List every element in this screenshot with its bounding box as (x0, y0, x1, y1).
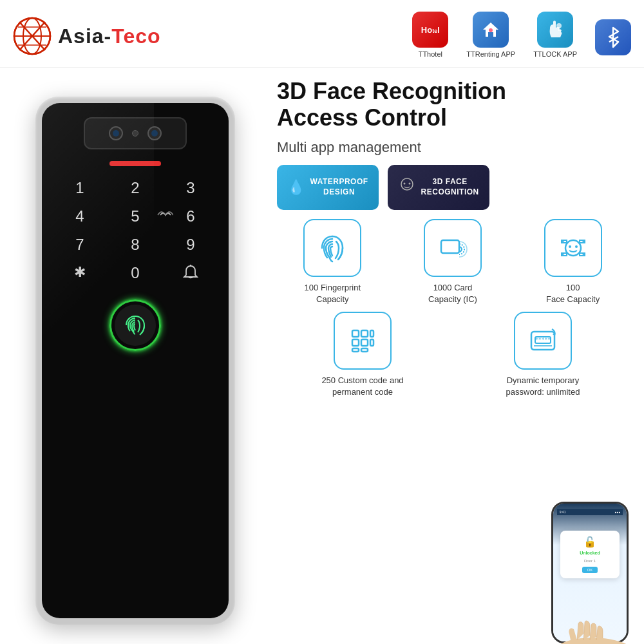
logo-area: Asia-Teco (13, 17, 161, 55)
key-bell[interactable] (172, 264, 209, 284)
svg-rect-15 (441, 240, 459, 253)
fingerprint-svg (121, 311, 149, 339)
product-title-line2: Access Control (277, 104, 629, 131)
key-7[interactable]: 7 (61, 236, 99, 254)
fingerprint-feature-icon (316, 231, 349, 265)
svg-rect-28 (361, 348, 368, 352)
app-icon-bluetooth (595, 19, 631, 58)
waterproof-icon: 💧 (287, 179, 305, 196)
hand-graphic (538, 611, 641, 644)
tthotel-label: TThotel (419, 50, 442, 58)
home-svg-icon (480, 19, 501, 40)
features-bottom: 250 Custom code andpermanent code ***** (277, 312, 629, 398)
bell-icon (182, 264, 199, 281)
phone-door-text: Door 1 (584, 559, 596, 563)
svg-rect-23 (352, 330, 359, 337)
key-1[interactable]: 1 (61, 179, 99, 197)
key-6[interactable]: 6 (172, 207, 209, 225)
dynamic-password-icon-box: ***** (514, 312, 572, 370)
phone-lock-icon: 🔓 (583, 536, 596, 548)
card-icon-box (424, 219, 482, 277)
feature-card: 1000 CardCapacity (IC) (397, 219, 509, 305)
fingerprint-inner (115, 305, 156, 346)
face-icon-box (544, 219, 602, 277)
face-3d-icon (398, 176, 416, 194)
svg-point-21 (569, 245, 571, 248)
app-icon-ttlock: TTLOCK APP (533, 12, 577, 58)
svg-text:*****: ***** (535, 337, 551, 343)
device-panel: 1 2 3 4 5 6 7 8 9 (0, 68, 270, 644)
badge-face-recognition: 3D FACERECOGNITION (388, 165, 489, 210)
svg-point-22 (575, 245, 578, 248)
bluetooth-svg-icon (604, 26, 622, 49)
product-subtitle: Multi app management (277, 139, 629, 156)
waterproof-text: WATERPROOFDESIGN (310, 177, 368, 197)
face-badge-text: 3D FACERECOGNITION (421, 177, 479, 197)
face-feature-icon (556, 231, 590, 265)
phone-mockup-container: 9:41 ●●● 🔓 Unlocked Door 1 OK (551, 502, 629, 643)
ttrenting-icon (473, 12, 509, 48)
key-0[interactable]: 0 (117, 264, 154, 284)
svg-rect-30 (370, 339, 374, 346)
key-9[interactable]: 9 (172, 236, 209, 254)
face-badge-icon (398, 176, 416, 198)
fingerprint-icon-box (303, 219, 361, 277)
key-star[interactable]: ✱ (61, 264, 99, 284)
fingerprint-label: 100 FingerprintCapacity (305, 282, 361, 305)
product-title: 3D Face Recognition Access Control (277, 78, 629, 131)
svg-rect-24 (361, 330, 368, 337)
svg-point-13 (403, 182, 405, 184)
ttlock-label: TTLOCK APP (533, 50, 577, 58)
phone-status-bar: 9:41 ●●● (557, 509, 623, 515)
hand-key-svg-icon (545, 19, 565, 40)
phone-area: 9:41 ●●● 🔓 Unlocked Door 1 OK (277, 405, 629, 643)
badge-waterproof: 💧 WATERPROOFDESIGN (277, 165, 379, 210)
key-2[interactable]: 2 (117, 179, 154, 197)
keypad: 1 2 3 4 5 6 7 8 9 (42, 179, 229, 284)
svg-rect-29 (370, 330, 374, 337)
brand-name: Asia-Teco (58, 24, 161, 48)
camera-lens-right (147, 126, 162, 140)
app-icon-tthotel: Hotel TThotel (412, 12, 448, 58)
key-3[interactable]: 3 (172, 179, 209, 197)
svg-point-14 (408, 182, 410, 184)
face-capacity-label: 100Face Capacity (546, 282, 600, 305)
camera-lens-left (109, 126, 123, 140)
key-4[interactable]: 4 (61, 207, 99, 225)
key-8[interactable]: 8 (117, 236, 154, 254)
svg-point-20 (565, 240, 581, 256)
key-5[interactable]: 5 (117, 207, 154, 225)
phone-unlock-card: 🔓 Unlocked Door 1 OK (560, 531, 619, 578)
feature-dynamic-password: ***** Dynamic temporarypassword: unlimit… (457, 312, 629, 398)
svg-rect-26 (361, 339, 368, 346)
app-icons-row: Hotel TThotel TTRenting APP (412, 12, 631, 61)
svg-rect-25 (352, 339, 359, 346)
custom-code-icon-box (334, 312, 392, 370)
svg-point-12 (401, 178, 413, 190)
phone-in-hand: 9:41 ●●● 🔓 Unlocked Door 1 OK (551, 502, 629, 643)
feature-custom-code: 250 Custom code andpermanent code (277, 312, 448, 398)
ttrenting-label: TTRenting APP (466, 50, 515, 58)
card-label: 1000 CardCapacity (IC) (428, 282, 477, 305)
feature-face: 100Face Capacity (517, 219, 629, 305)
device-outer: 1 2 3 4 5 6 7 8 9 (35, 97, 235, 625)
tthotel-icon: Hotel (412, 12, 448, 48)
info-panel: 3D Face Recognition Access Control Multi… (270, 68, 644, 644)
rf-icon (155, 206, 173, 224)
camera-area (84, 117, 187, 149)
logo-icon (13, 17, 52, 55)
phone-unlocked-text: Unlocked (580, 551, 600, 555)
product-title-line1: 3D Face Recognition (277, 78, 629, 104)
phone-ok-btn[interactable]: OK (582, 567, 598, 573)
card-feature-icon (436, 231, 469, 265)
device-inner: 1 2 3 4 5 6 7 8 9 (42, 103, 229, 618)
bluetooth-icon (595, 19, 631, 55)
custom-code-label: 250 Custom code andpermanent code (321, 375, 403, 398)
app-icon-ttrenting: TTRenting APP (466, 12, 515, 58)
hand-svg (538, 611, 641, 644)
camera-sensor (132, 130, 138, 137)
main-content: 1 2 3 4 5 6 7 8 9 (0, 68, 644, 644)
dynamic-password-icon: ***** (526, 324, 560, 357)
ttlock-icon (537, 12, 573, 48)
feature-badges: 💧 WATERPROOFDESIGN 3D FACERECOGNITION (277, 165, 629, 210)
